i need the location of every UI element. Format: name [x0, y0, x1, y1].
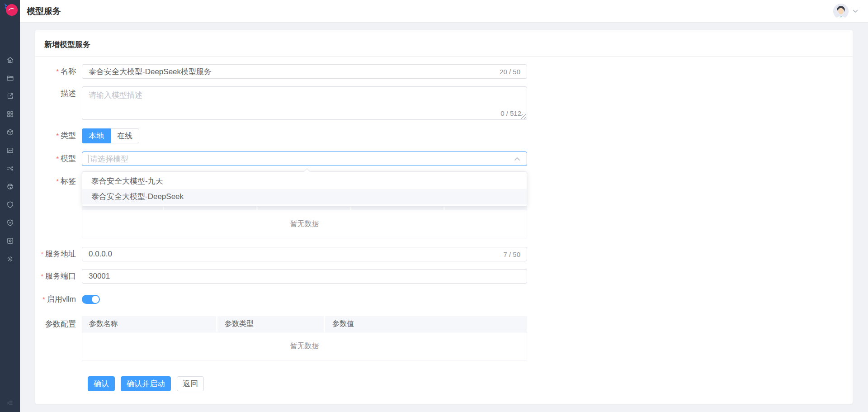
gear-icon — [6, 255, 14, 263]
actions-row: 确认 确认并启动 返回 — [35, 376, 853, 391]
params-table-header: 参数名称 参数类型 参数值 — [82, 316, 527, 332]
model-placeholder: 请选择模型 — [90, 154, 128, 164]
name-label: *名称 — [35, 64, 82, 79]
address-label: *服务地址 — [35, 247, 82, 261]
network-icon — [6, 183, 14, 190]
resize-grip[interactable] — [521, 114, 526, 119]
sidebar-item-folder[interactable] — [0, 69, 20, 87]
app-logo-icon[interactable] — [1, 1, 20, 20]
card-title: 新增模型服务 — [35, 30, 853, 57]
params-row: 参数配置 参数名称 参数类型 参数值 暂无数据 — [35, 316, 853, 360]
description-label: 描述 — [35, 86, 82, 101]
required-asterisk: * — [56, 67, 59, 75]
address-counter: 7 / 50 — [503, 251, 520, 258]
sidebar-item-home[interactable] — [0, 51, 20, 69]
tags-label: *标签 — [35, 174, 82, 189]
chevron-up-icon[interactable] — [514, 157, 520, 161]
description-counter: 0 / 512 — [500, 109, 521, 117]
home-icon — [6, 56, 14, 64]
top-header: 模型服务 — [20, 0, 868, 23]
sidebar-item-image-export[interactable] — [0, 87, 20, 105]
port-row: *服务端口 30001 — [35, 269, 853, 284]
tags-empty-state: 暂无数据 — [82, 210, 527, 238]
sidebar-item-shield-check[interactable] — [0, 213, 20, 232]
new-model-service-card: 新增模型服务 *名称 泰合安全大模型-DeepSeek模型服务 20 / 50 … — [35, 30, 853, 404]
required-asterisk: * — [56, 132, 59, 139]
required-asterisk: * — [56, 155, 59, 162]
port-value: 30001 — [89, 272, 110, 281]
sidebar-item-grid[interactable] — [0, 105, 20, 123]
model-label: *模型 — [35, 152, 82, 166]
name-input[interactable]: 泰合安全大模型-DeepSeek模型服务 20 / 50 — [82, 64, 527, 79]
params-table: 参数名称 参数类型 参数值 暂无数据 — [82, 316, 527, 360]
sidebar-item-cube[interactable] — [0, 123, 20, 141]
vllm-toggle[interactable] — [82, 295, 100, 304]
params-col-name: 参数名称 — [82, 316, 217, 332]
model-service-form: *名称 泰合安全大模型-DeepSeek模型服务 20 / 50 描述 请输入模… — [35, 64, 853, 391]
model-dropdown-panel: 泰合安全大模型-九天 泰合安全大模型-DeepSeek — [82, 171, 527, 207]
required-asterisk: * — [41, 272, 43, 280]
toggle-knob — [92, 296, 99, 303]
required-asterisk: * — [41, 250, 43, 258]
back-button[interactable]: 返回 — [177, 376, 204, 391]
description-placeholder: 请输入模型描述 — [89, 91, 142, 99]
sidebar-menu — [0, 51, 20, 268]
type-label: *类型 — [35, 128, 82, 143]
page-title: 模型服务 — [27, 0, 61, 23]
sidebar — [0, 0, 20, 412]
image-export-icon — [6, 92, 14, 100]
model-option-jiutian[interactable]: 泰合安全大模型-九天 — [82, 174, 527, 189]
address-value: 0.0.0.0 — [89, 250, 112, 259]
sidebar-item-cpu[interactable] — [0, 232, 20, 250]
menu-collapse-icon — [6, 399, 14, 407]
grid-icon — [6, 110, 14, 118]
sidebar-collapse-button[interactable] — [0, 398, 20, 408]
params-col-value: 参数值 — [325, 316, 527, 332]
confirm-and-start-button[interactable]: 确认并启动 — [121, 376, 171, 391]
confirm-button[interactable]: 确认 — [88, 376, 115, 391]
sidebar-item-settings[interactable] — [0, 250, 20, 268]
name-row: *名称 泰合安全大模型-DeepSeek模型服务 20 / 50 — [35, 64, 853, 79]
address-row: *服务地址 0.0.0.0 7 / 50 — [35, 247, 853, 261]
description-textarea[interactable]: 请输入模型描述 0 / 512 — [82, 86, 527, 120]
user-menu[interactable] — [833, 4, 858, 19]
description-row: 描述 请输入模型描述 0 / 512 — [35, 86, 853, 120]
chevron-down-icon[interactable] — [853, 9, 858, 13]
sidebar-item-shuffle[interactable] — [0, 159, 20, 177]
sidebar-item-shield[interactable] — [0, 195, 20, 213]
model-select[interactable]: 请选择模型 — [82, 152, 527, 166]
address-input[interactable]: 0.0.0.0 7 / 50 — [82, 247, 527, 261]
shuffle-icon — [6, 165, 14, 172]
type-radio-group: 本地 在线 — [82, 128, 139, 143]
vllm-label: *启用vllm — [35, 292, 82, 307]
cpu-icon — [6, 237, 14, 245]
model-row: *模型 请选择模型 泰合安全大模型-九天 泰合安全大模型-DeepSeek — [35, 152, 853, 166]
model-option-deepseek[interactable]: 泰合安全大模型-DeepSeek — [82, 189, 527, 204]
name-value: 泰合安全大模型-DeepSeek模型服务 — [89, 66, 212, 77]
type-option-local[interactable]: 本地 — [82, 128, 111, 143]
type-row: *类型 本地 在线 — [35, 128, 853, 143]
type-option-online[interactable]: 在线 — [111, 128, 139, 143]
main-content: 新增模型服务 *名称 泰合安全大模型-DeepSeek模型服务 20 / 50 … — [20, 23, 868, 412]
user-avatar-icon[interactable] — [833, 4, 849, 19]
picture-icon — [6, 147, 14, 154]
params-col-type: 参数类型 — [217, 316, 325, 332]
shield-check-icon — [6, 219, 14, 227]
shield-icon — [6, 201, 14, 208]
port-input[interactable]: 30001 — [82, 269, 527, 284]
name-counter: 20 / 50 — [500, 68, 520, 76]
port-label: *服务端口 — [35, 269, 82, 284]
params-label: 参数配置 — [35, 316, 82, 332]
required-asterisk: * — [42, 295, 45, 303]
required-asterisk: * — [56, 177, 59, 185]
sidebar-item-picture[interactable] — [0, 141, 20, 159]
folder-icon — [6, 74, 14, 82]
text-cursor — [89, 155, 89, 163]
sidebar-item-network[interactable] — [0, 177, 20, 195]
params-empty-state: 暂无数据 — [82, 332, 527, 360]
vllm-row: *启用vllm — [35, 292, 853, 307]
cube-icon — [6, 128, 14, 136]
